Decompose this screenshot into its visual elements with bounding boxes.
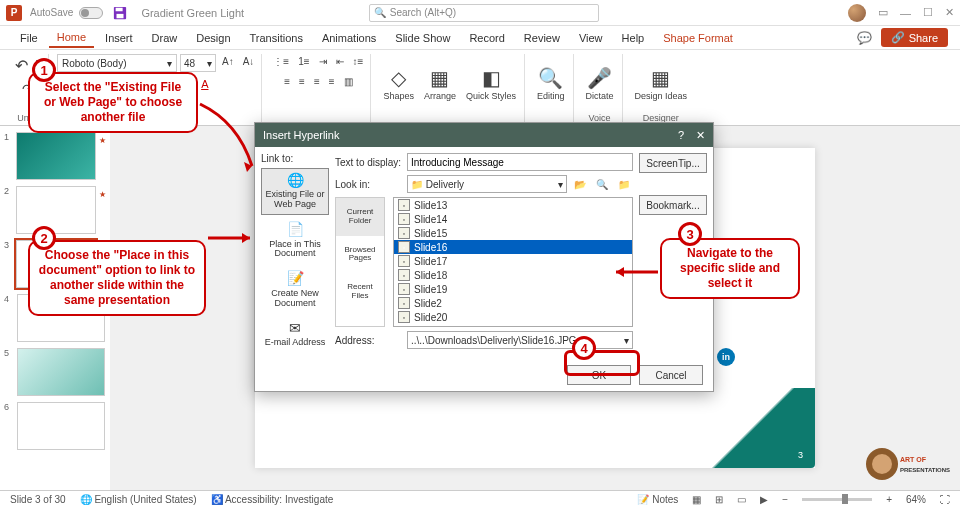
dialog-help-icon[interactable]: ? [678, 129, 684, 141]
numbering-icon[interactable]: 1≡ [295, 54, 312, 69]
user-avatar[interactable] [848, 4, 866, 22]
file-list[interactable]: ▫Slide13▫Slide14▫Slide15▫Slide16▫Slide17… [393, 197, 633, 327]
bullets-icon[interactable]: ⋮≡ [270, 54, 292, 69]
thumbnail-5[interactable] [17, 348, 105, 396]
zoom-out-icon[interactable]: − [782, 494, 788, 505]
zoom-slider[interactable] [802, 498, 872, 501]
shrink-font-icon[interactable]: A↓ [240, 54, 258, 72]
link-existing-file[interactable]: 🌐Existing File or Web Page [261, 168, 329, 215]
editing-button[interactable]: 🔍Editing [533, 64, 569, 103]
indent-icon[interactable]: ⇥ [316, 54, 330, 69]
view-normal-icon[interactable]: ▦ [692, 494, 701, 505]
dictate-button[interactable]: 🎤Dictate [582, 64, 618, 103]
text-display-input[interactable] [407, 153, 633, 171]
quick-styles-icon: ◧ [482, 66, 501, 90]
zoom-in-icon[interactable]: + [886, 494, 892, 505]
menu-shape-format[interactable]: Shape Format [655, 29, 741, 47]
annotation-callout-2: Choose the "Place in this document" opti… [28, 240, 206, 316]
undo-icon[interactable]: ↶ [12, 54, 31, 77]
autosave-toggle[interactable] [79, 7, 103, 19]
align-left-icon[interactable]: ≡ [281, 74, 293, 89]
dialog-close-icon[interactable]: ✕ [696, 129, 705, 142]
tab-recent-files[interactable]: Recent Files [336, 273, 384, 311]
thumbnail-6[interactable] [17, 402, 105, 450]
file-item[interactable]: ▫Slide16 [394, 240, 632, 254]
link-place-in-doc[interactable]: 📄Place in This Document [261, 217, 329, 264]
image-file-icon: ▫ [398, 311, 410, 323]
file-item[interactable]: ▫Slide19 [394, 282, 632, 296]
look-in-label: Look in: [335, 179, 403, 190]
file-item[interactable]: ▫Slide2 [394, 296, 632, 310]
file-item[interactable]: ▫Slide18 [394, 268, 632, 282]
menu-review[interactable]: Review [516, 29, 568, 47]
menu-transitions[interactable]: Transitions [242, 29, 311, 47]
font-name-select[interactable]: Roboto (Body)▾ [57, 54, 177, 72]
quick-styles-button[interactable]: ◧Quick Styles [462, 64, 520, 103]
menu-home[interactable]: Home [49, 28, 94, 48]
view-sorter-icon[interactable]: ⊞ [715, 494, 723, 505]
file-item[interactable]: ▫Slide15 [394, 226, 632, 240]
link-email[interactable]: ✉E-mail Address [261, 316, 329, 353]
status-lang[interactable]: 🌐 English (United States) [80, 494, 197, 505]
screentip-button[interactable]: ScreenTip... [639, 153, 707, 173]
arrange-button[interactable]: ▦Arrange [420, 64, 460, 103]
save-icon[interactable] [113, 6, 127, 20]
close-icon[interactable]: ✕ [945, 6, 954, 19]
address-input[interactable]: ..\..\Downloads\Deliverly\Slide16.JPG▾ [407, 331, 633, 349]
cancel-button[interactable]: Cancel [639, 365, 703, 385]
animation-star-icon: ★ [99, 136, 106, 145]
ribbon-options-icon[interactable]: ▭ [878, 6, 888, 19]
browse-web-icon[interactable]: 🔍 [593, 177, 611, 192]
file-item[interactable]: ▫Slide13 [394, 198, 632, 212]
font-size-select[interactable]: 48▾ [180, 54, 216, 72]
view-slideshow-icon[interactable]: ▶ [760, 494, 768, 505]
link-create-new[interactable]: 📝Create New Document [261, 266, 329, 313]
zoom-value[interactable]: 64% [906, 494, 926, 505]
arrange-icon: ▦ [430, 66, 449, 90]
file-item[interactable]: ▫Slide20 [394, 310, 632, 324]
status-accessibility[interactable]: ♿ Accessibility: Investigate [211, 494, 334, 505]
tab-current-folder[interactable]: Current Folder [336, 198, 384, 236]
menu-slideshow[interactable]: Slide Show [387, 29, 458, 47]
minimize-icon[interactable]: — [900, 7, 911, 19]
maximize-icon[interactable]: ☐ [923, 6, 933, 19]
browse-file-icon[interactable]: 📁 [615, 177, 633, 192]
font-color-button[interactable]: A [199, 77, 210, 91]
animation-star-icon: ★ [99, 190, 106, 199]
align-center-icon[interactable]: ≡ [296, 74, 308, 89]
bookmark-button[interactable]: Bookmark... [639, 195, 707, 215]
justify-icon[interactable]: ≡ [326, 74, 338, 89]
design-ideas-button[interactable]: ▦Design Ideas [631, 64, 692, 103]
tab-browsed-pages[interactable]: Browsed Pages [336, 236, 384, 274]
thumbnail-2[interactable] [16, 186, 96, 234]
notes-button[interactable]: 📝 Notes [637, 494, 678, 505]
menu-view[interactable]: View [571, 29, 611, 47]
up-folder-icon[interactable]: 📂 [571, 177, 589, 192]
look-in-select[interactable]: 📁 Deliverly▾ [407, 175, 567, 193]
menu-draw[interactable]: Draw [144, 29, 186, 47]
search-input[interactable]: 🔍 Search (Alt+Q) [369, 4, 599, 22]
share-button[interactable]: 🔗 Share [881, 28, 948, 47]
line-spacing-icon[interactable]: ↕≡ [350, 54, 367, 69]
grow-font-icon[interactable]: A↑ [219, 54, 237, 72]
menu-animations[interactable]: Animations [314, 29, 384, 47]
file-item[interactable]: ▫Slide14 [394, 212, 632, 226]
outdent-icon[interactable]: ⇤ [333, 54, 347, 69]
slide-number: 3 [798, 450, 803, 460]
menu-insert[interactable]: Insert [97, 29, 141, 47]
comments-button[interactable]: 💬 [851, 29, 878, 47]
menu-design[interactable]: Design [188, 29, 238, 47]
menu-record[interactable]: Record [461, 29, 512, 47]
columns-icon[interactable]: ▥ [341, 74, 356, 89]
align-right-icon[interactable]: ≡ [311, 74, 323, 89]
status-bar: Slide 3 of 30 🌐 English (United States) … [0, 490, 960, 508]
linkedin-icon[interactable]: in [717, 348, 735, 366]
view-reading-icon[interactable]: ▭ [737, 494, 746, 505]
thumbnail-1[interactable] [16, 132, 96, 180]
file-item[interactable]: ▫Slide17 [394, 254, 632, 268]
shapes-button[interactable]: ◇Shapes [379, 64, 418, 103]
fit-icon[interactable]: ⛶ [940, 494, 950, 505]
dialog-titlebar[interactable]: Insert Hyperlink ? ✕ [255, 123, 713, 147]
menu-help[interactable]: Help [614, 29, 653, 47]
menu-file[interactable]: File [12, 29, 46, 47]
